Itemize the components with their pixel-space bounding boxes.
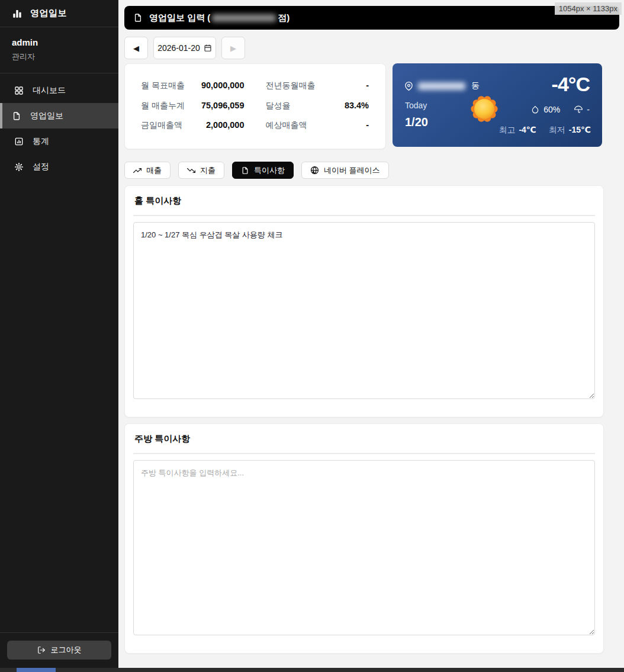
stat-value: 90,000,000: [201, 81, 245, 90]
stat-label: 금일매출액: [141, 120, 182, 131]
sidebar-item-settings[interactable]: 설정: [0, 154, 118, 179]
stat-value: -: [366, 81, 369, 90]
stat-label: 예상매출액: [266, 120, 307, 131]
stat-value: 83.4%: [345, 101, 369, 110]
weather-card: 동 Today 1/20 -4°C: [393, 63, 602, 147]
stat-label: 달성율: [266, 101, 291, 111]
page-title: 영업일보 입력 (점): [149, 12, 290, 24]
sidebar-item-statistics[interactable]: 통계: [0, 128, 118, 154]
current-temperature: -4°C: [552, 73, 590, 96]
date-navigation: ◀ 2026-01-20 ▶: [124, 37, 619, 59]
sidebar-nav: 대시보드 영업일보 통계 설정: [0, 73, 118, 179]
globe-icon: [310, 166, 319, 175]
logout-button[interactable]: 로그아웃: [7, 641, 111, 660]
hall-notes-textarea[interactable]: 1/20 ~ 1/27 목심 우삼겹 목살 사용량 체크: [133, 222, 595, 399]
sidebar-item-label: 영업일보: [30, 111, 63, 121]
stat-value: 75,096,059: [201, 101, 245, 110]
report-tabs: 매출 특이사항 지출 특이사항 네이버 플레이스: [124, 162, 619, 179]
humidity-value: 60%: [543, 105, 560, 114]
stat-label: 월 매출누계: [141, 101, 185, 111]
umbrella-icon: [574, 105, 583, 114]
horizontal-scrollbar[interactable]: [0, 668, 624, 672]
hall-notes-panel: 홀 특이사항 1/20 ~ 1/27 목심 우삼겹 목살 사용량 체크: [124, 185, 604, 417]
sidebar-item-label: 대시보드: [33, 85, 66, 96]
low-label: 최저: [549, 125, 565, 136]
stat-row: 월 목표매출90,000,000 전년동월매출-: [141, 81, 369, 91]
user-role: 관리자: [12, 52, 107, 62]
trending-down-icon: [187, 166, 195, 175]
gear-icon: [14, 162, 24, 172]
logout-label: 로그아웃: [51, 645, 82, 655]
redacted-store-name: [212, 14, 276, 22]
document-icon: [12, 111, 22, 121]
app-window: 영업일보 admin 관리자 대시보드 영업일보: [0, 0, 624, 672]
weather-date: 1/20: [405, 115, 428, 129]
sidebar-item-daily-report[interactable]: 영업일보: [0, 103, 118, 128]
low-value: -15℃: [569, 125, 591, 134]
calendar-icon: [204, 44, 212, 52]
weather-today-label: Today: [405, 101, 427, 110]
document-icon: [241, 166, 249, 175]
stat-value: 2,000,000: [206, 120, 245, 130]
weather-metrics: 60% -: [531, 105, 590, 114]
tab-naver-place[interactable]: 네이버 플레이스: [301, 162, 389, 179]
sidebar: 영업일보 admin 관리자 대시보드 영업일보: [0, 0, 118, 668]
trending-up-icon: [133, 166, 141, 175]
stat-label: 월 목표매출: [141, 81, 185, 91]
bar-chart-logo-icon: [12, 8, 22, 19]
sun-icon: [469, 94, 499, 124]
stat-value: -: [366, 120, 369, 130]
next-date-button[interactable]: ▶: [221, 37, 245, 59]
summary-cards: 월 목표매출90,000,000 전년동월매출- 월 매출누계75,096,05…: [124, 63, 619, 149]
location-suffix: 동: [471, 81, 480, 91]
weather-high-low: 최고 -4℃ 최저 -15℃: [498, 125, 591, 136]
tab-sales[interactable]: 매출: [124, 162, 171, 179]
high-label: 최고: [498, 125, 515, 136]
app-title: 영업일보: [30, 8, 67, 19]
prev-date-button[interactable]: ◀: [124, 37, 148, 59]
sidebar-header: 영업일보: [0, 0, 118, 27]
map-pin-icon: [404, 82, 413, 91]
sidebar-item-label: 설정: [33, 162, 49, 172]
viewport-size-badge: 1054px × 1133px: [555, 2, 622, 15]
kitchen-notes-title: 주방 특이사항: [133, 433, 595, 454]
document-icon: [133, 13, 143, 22]
main-content: 1054px × 1133px 영업일보 입력 (점) ◀ 2026-01-20…: [118, 0, 624, 668]
tab-label: 매출: [146, 165, 162, 176]
precipitation-value: -: [587, 105, 590, 114]
tab-label: 특이사항: [254, 165, 285, 176]
weather-location: 동: [404, 81, 480, 91]
date-input[interactable]: 2026-01-20: [153, 37, 216, 59]
date-value: 2026-01-20: [157, 43, 200, 53]
sidebar-item-dashboard[interactable]: 대시보드: [0, 78, 118, 103]
stats-icon: [14, 137, 24, 146]
tab-expenses[interactable]: 특이사항 지출: [178, 162, 224, 179]
sidebar-footer: 로그아웃: [0, 632, 118, 668]
droplet-icon: [531, 105, 539, 114]
sidebar-item-label: 통계: [33, 136, 49, 147]
scrollbar-thumb[interactable]: [17, 668, 56, 672]
redacted-location: [418, 82, 465, 90]
logout-icon: [37, 646, 46, 654]
stat-row: 월 매출누계75,096,059 달성율83.4%: [141, 101, 369, 111]
kitchen-notes-panel: 주방 특이사항: [124, 423, 604, 654]
stat-label: 전년동월매출: [266, 81, 316, 91]
tab-label: 네이버 플레이스: [324, 165, 380, 176]
kitchen-notes-textarea[interactable]: [133, 460, 595, 635]
tab-label: 지출: [200, 165, 215, 176]
sales-stats-card: 월 목표매출90,000,000 전년동월매출- 월 매출누계75,096,05…: [124, 63, 386, 149]
page-header: 영업일보 입력 (점): [124, 6, 619, 30]
hall-notes-title: 홀 특이사항: [133, 195, 595, 216]
user-block: admin 관리자: [0, 27, 118, 73]
dashboard-icon: [14, 86, 24, 95]
tab-notes[interactable]: 특이사항: [232, 162, 294, 179]
high-value: -4℃: [519, 125, 536, 134]
sidebar-spacer: [0, 179, 118, 632]
stat-row: 금일매출액2,000,000 예상매출액-: [141, 120, 369, 131]
user-name: admin: [12, 37, 107, 47]
